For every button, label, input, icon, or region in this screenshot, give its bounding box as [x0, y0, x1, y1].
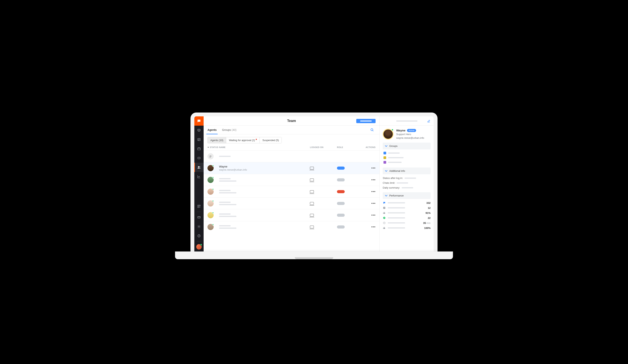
device-laptop-icon: [310, 190, 314, 193]
tab-agents[interactable]: Agents: [208, 126, 217, 134]
edit-icon[interactable]: [427, 119, 431, 123]
avatar: [208, 165, 214, 171]
sort-status[interactable]: STATUS: [208, 146, 219, 148]
app-logo[interactable]: [194, 116, 204, 126]
search-icon[interactable]: [369, 126, 376, 133]
row-actions-icon[interactable]: •••: [371, 213, 376, 217]
group-item[interactable]: [383, 152, 431, 154]
nav-billing-icon[interactable]: [194, 213, 204, 222]
svg-point-14: [371, 129, 373, 131]
nav-archive-icon[interactable]: [194, 144, 204, 153]
device-laptop-icon: [310, 226, 314, 228]
chat-bubble-icon: [383, 201, 386, 204]
table-row[interactable]: Wayne wayne.reese@urban.info •••: [204, 162, 380, 174]
agent-email: wayne.reese@urban.info: [219, 168, 310, 171]
nav-team-icon[interactable]: [194, 163, 204, 172]
avatar: [208, 200, 214, 207]
role-pill: [337, 202, 345, 205]
side-navigation: [194, 116, 204, 251]
table-header: STATUS NAME LOGGED ON ROLE ACTIONS: [204, 145, 380, 150]
info-chats-limit: Chats limit:: [383, 181, 431, 184]
svg-rect-9: [198, 207, 199, 208]
profile-role: Support Hero: [396, 133, 424, 136]
role-pill: [337, 167, 345, 170]
status-online-icon: [212, 165, 214, 167]
svg-rect-8: [199, 205, 200, 206]
svg-point-2: [199, 130, 199, 130]
col-role-header[interactable]: ROLE: [337, 146, 360, 148]
chevron-down-icon: [385, 170, 387, 172]
device-laptop-icon: [310, 202, 314, 205]
svg-point-11: [199, 226, 200, 227]
section-performance[interactable]: Performance: [383, 192, 431, 199]
role-pill: [337, 214, 345, 217]
avatar: [208, 224, 214, 230]
svg-point-5: [198, 166, 199, 167]
row-actions-icon[interactable]: •••: [371, 166, 376, 170]
group-item[interactable]: [383, 156, 431, 159]
svg-rect-10: [198, 217, 200, 218]
device-laptop-icon: [310, 179, 314, 181]
notification-dot-icon: [256, 139, 257, 140]
col-logged-header[interactable]: LOGGED ON: [310, 146, 337, 148]
profile-name: Wayne: [396, 129, 405, 132]
info-daily-summary: Daily summary:: [383, 186, 431, 189]
row-actions-icon[interactable]: •••: [371, 178, 376, 182]
nav-reports-icon[interactable]: [194, 172, 204, 181]
profile-email: wayne.reese@urban.info: [396, 137, 424, 139]
nav-tickets-icon[interactable]: [194, 153, 204, 163]
agent-name: Wayne: [219, 165, 310, 168]
table-row[interactable]: •••: [204, 221, 380, 233]
thumbs-up-icon: [383, 226, 386, 229]
svg-point-6: [199, 167, 200, 167]
filter-waiting[interactable]: Waiting for approval (2): [226, 137, 260, 143]
role-pill: [337, 178, 345, 181]
row-actions-icon[interactable]: •••: [371, 202, 376, 205]
table-row[interactable]: •••: [204, 174, 380, 186]
device-laptop-icon: [310, 167, 314, 169]
nav-apps-icon[interactable]: [194, 202, 204, 211]
perf-row: 91%: [383, 211, 431, 215]
avatar: [208, 177, 214, 183]
add-agent-row[interactable]: [204, 150, 380, 162]
table-row[interactable]: •••: [204, 186, 380, 197]
nav-list-icon[interactable]: [194, 135, 204, 144]
row-actions-icon[interactable]: •••: [371, 225, 376, 229]
perf-row: 332: [383, 201, 431, 204]
filter-suspended[interactable]: Suspended (5): [260, 137, 282, 143]
header-primary-button[interactable]: [356, 119, 376, 123]
check-circle-icon: [383, 216, 386, 219]
clock-icon: [383, 221, 386, 224]
perf-row: 100%: [383, 226, 431, 229]
svg-point-3: [199, 130, 200, 130]
nav-settings-icon[interactable]: [194, 222, 204, 231]
perf-row: 12: [383, 206, 431, 210]
filter-agents[interactable]: Agents (10): [208, 137, 226, 143]
tab-groups[interactable]: Groups (40): [222, 126, 236, 134]
detail-title-placeholder: [396, 120, 417, 122]
group-item[interactable]: [383, 161, 431, 164]
checkbox-icon: [383, 206, 386, 210]
detail-panel: Wayne Admin Support Hero wayne.reese@urb…: [380, 116, 434, 251]
role-pill: [337, 225, 345, 228]
nav-profile-avatar[interactable]: [196, 244, 202, 250]
row-actions-icon[interactable]: •••: [371, 190, 376, 194]
add-agent-icon: [208, 153, 214, 159]
table-row[interactable]: •••: [204, 209, 380, 221]
admin-badge: Admin: [407, 129, 416, 132]
main-content: Team Agents Groups (40) Agents (10) Wait…: [204, 116, 380, 251]
status-online-icon: [392, 129, 393, 131]
nav-chats-icon[interactable]: [194, 126, 204, 135]
filter-segment: Agents (10) Waiting for approval (2) Sus…: [208, 137, 282, 144]
thumbs-up-icon: [383, 211, 386, 215]
role-pill: [337, 190, 345, 193]
page-title: Team: [287, 119, 296, 123]
col-name-header[interactable]: NAME: [219, 146, 310, 148]
section-groups[interactable]: Groups: [383, 143, 431, 149]
section-additional-info[interactable]: Additional info: [383, 167, 431, 174]
nav-help-icon[interactable]: [194, 231, 204, 240]
chevron-down-icon: [385, 145, 387, 147]
avatar: [208, 189, 214, 195]
device-laptop-icon: [310, 214, 314, 217]
table-row[interactable]: •••: [204, 197, 380, 209]
